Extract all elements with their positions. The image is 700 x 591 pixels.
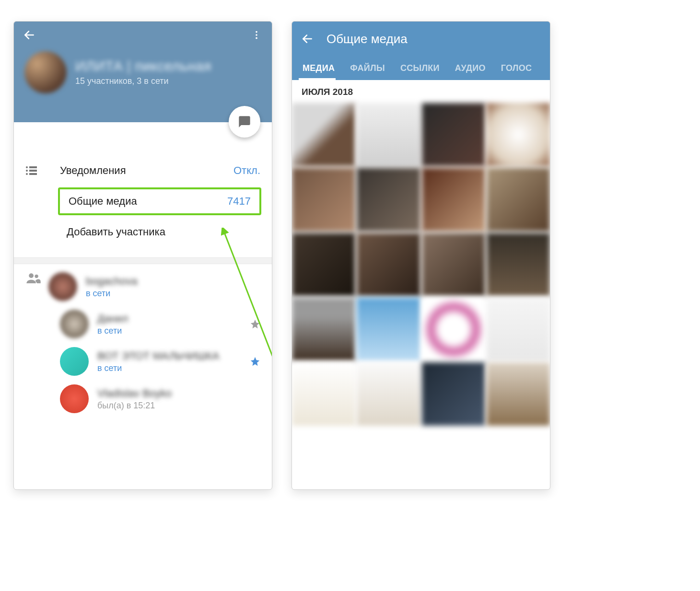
media-grid [292,103,550,426]
media-thumbnail[interactable] [292,362,355,426]
section-divider [14,257,272,264]
member-status: был(а) в 15:21 [97,401,260,411]
more-menu-button[interactable] [245,23,268,46]
media-thumbnail[interactable] [357,298,420,361]
profile-screen: ИЛИТА | пиксельная 15 участников, 3 в се… [13,21,272,490]
media-thumbnail[interactable] [422,362,485,426]
add-member-label: Добавить участника [67,226,260,238]
svg-point-8 [26,173,28,175]
media-header: Общие медиа МЕДИА ФАЙЛЫ ССЫЛКИ АУДИО ГОЛ… [292,22,550,80]
page-title: Общие медиа [327,32,408,46]
notifications-value: Откл. [233,164,260,177]
svg-point-2 [256,34,257,36]
media-thumbnail[interactable] [487,362,550,426]
tab-voice[interactable]: ГОЛОС [493,56,540,80]
svg-point-10 [29,273,34,278]
media-thumbnail[interactable] [292,103,355,166]
media-thumbnail[interactable] [487,103,550,166]
list-icon [25,165,38,176]
shared-media-row[interactable]: Общие медиа 7417 [58,187,261,215]
svg-point-3 [256,37,257,39]
message-fab[interactable] [229,106,260,138]
svg-point-4 [26,166,28,168]
star-icon [250,319,260,329]
chat-bubble-icon [238,115,251,128]
member-name: bogachova [86,275,260,288]
more-vertical-icon [251,30,262,40]
member-item[interactable]: bogachova в сети [48,268,272,305]
back-button[interactable] [296,27,319,50]
media-thumbnail[interactable] [487,233,550,296]
svg-rect-5 [29,166,37,168]
media-thumbnail[interactable] [292,233,355,296]
member-status: в сети [86,289,260,299]
star-icon [250,356,260,367]
media-thumbnail[interactable] [422,233,485,296]
date-section-header: ИЮЛЯ 2018 [292,80,550,103]
member-item[interactable]: Данил в сети [14,305,272,343]
svg-point-6 [26,170,28,172]
media-thumbnail[interactable] [292,298,355,361]
media-thumbnail[interactable] [292,168,355,231]
media-thumbnail[interactable] [487,298,550,361]
svg-point-11 [35,275,38,278]
tab-links[interactable]: ССЫЛКИ [393,56,447,80]
tab-audio[interactable]: АУДИО [447,56,493,80]
arrow-left-icon [23,29,35,41]
back-button[interactable] [18,23,41,46]
chat-title: ИЛИТА | пиксельная [75,58,211,74]
member-status: в сети [97,326,241,336]
media-thumbnail[interactable] [422,168,485,231]
media-tabs: МЕДИА ФАЙЛЫ ССЫЛКИ АУДИО ГОЛОС [292,56,550,80]
media-thumbnail[interactable] [357,233,420,296]
svg-rect-9 [29,173,37,175]
member-item[interactable]: ВОТ ЭТОТ МАЛЬЧИШКА в сети [14,343,272,380]
media-thumbnail[interactable] [422,103,485,166]
member-item[interactable]: Vladislav Boyko был(а) в 15:21 [14,380,272,417]
member-name: Vladislav Boyko [97,387,260,400]
svg-rect-7 [29,170,37,172]
profile-body: Уведомления Откл. Общие медиа 7417 Добав… [14,122,272,489]
members-icon [26,273,41,283]
media-thumbnail[interactable] [357,168,420,231]
shared-media-label: Общие медиа [69,195,227,208]
svg-point-1 [256,31,257,33]
media-thumbnail[interactable] [357,103,420,166]
shared-media-count: 7417 [227,195,251,208]
media-thumbnail[interactable] [357,362,420,426]
member-name: ВОТ ЭТОТ МАЛЬЧИШКА [97,350,241,362]
chat-subtitle: 15 участников, 3 в сети [75,76,211,86]
tab-media[interactable]: МЕДИА [292,56,342,80]
media-thumbnail[interactable] [487,168,550,231]
add-member-row[interactable]: Добавить участника [14,217,272,247]
members-list: bogachova в сети Данил в сети [14,264,272,417]
chat-avatar[interactable] [24,51,67,93]
notifications-label: Уведомления [60,164,233,177]
notifications-row[interactable]: Уведомления Откл. [14,156,272,185]
profile-header: ИЛИТА | пиксельная 15 участников, 3 в се… [14,22,272,122]
arrow-left-icon [301,33,314,45]
member-name: Данил [97,313,241,325]
member-status: в сети [97,363,241,373]
shared-media-screen: Общие медиа МЕДИА ФАЙЛЫ ССЫЛКИ АУДИО ГОЛ… [292,21,550,490]
media-thumbnail[interactable] [422,298,485,361]
tab-files[interactable]: ФАЙЛЫ [342,56,393,80]
